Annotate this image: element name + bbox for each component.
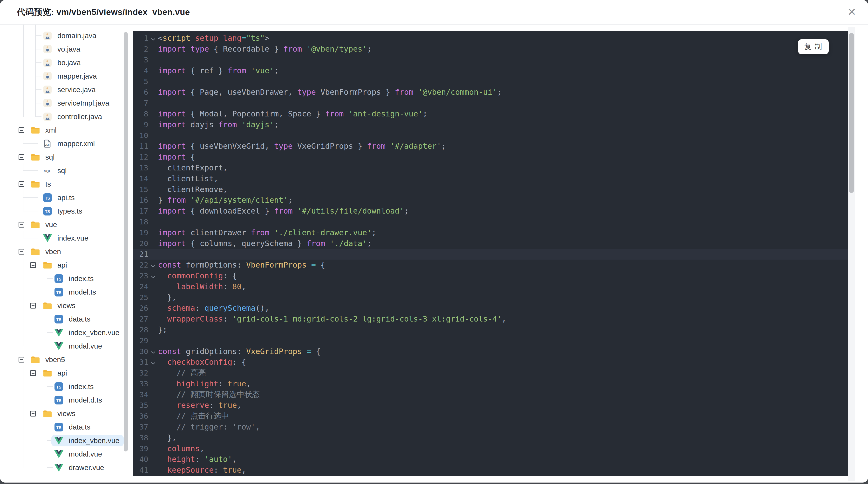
expand-toggle[interactable] (19, 154, 24, 160)
fold-toggle[interactable] (148, 35, 158, 41)
tree-item-index-ts[interactable]: TSindex.ts (51, 381, 98, 392)
tree-item-index-vue[interactable]: index.vue (40, 232, 93, 244)
tree-item-domain-java[interactable]: domain.java (40, 30, 101, 41)
code-text: columns, (158, 444, 205, 453)
tree-item-mapper-xml[interactable]: XMLmapper.xml (40, 138, 99, 150)
tree-row: api (0, 258, 133, 272)
code-text: clientList, (158, 174, 218, 183)
tree-item-data-ts[interactable]: TSdata.ts (51, 421, 95, 433)
tree-item-sql[interactable]: SQLsql (40, 165, 71, 176)
svg-text:TS: TS (56, 277, 61, 281)
fold-toggle[interactable] (148, 359, 158, 365)
folder-icon (31, 356, 40, 363)
line-number: 11 (133, 142, 148, 151)
editor-scrollbar-thumb[interactable] (849, 33, 854, 193)
code-text: // 高亮 (158, 367, 206, 378)
tree-item-modal-vue[interactable]: modal.vue (51, 448, 106, 460)
tree-row: TSindex.ts (0, 272, 133, 285)
tree-item-label: vben (45, 248, 61, 256)
tree-item-drawer-vue[interactable]: drawer.vue (51, 462, 108, 474)
fold-gutter (148, 112, 158, 115)
tree-item-vben5[interactable]: vben5 (28, 354, 69, 365)
code-text: import { downloadExcel } from '#/utils/f… (158, 206, 409, 216)
fold-toggle[interactable] (148, 262, 158, 268)
folder-icon (43, 301, 52, 310)
tree-item-api-ts[interactable]: TSapi.ts (40, 192, 79, 203)
code-line: 29 (133, 335, 848, 346)
tree-item-label: vo.java (57, 45, 80, 53)
code-line: 12import { (133, 152, 848, 162)
expand-toggle[interactable] (30, 262, 36, 268)
tree-item-data-ts[interactable]: TSdata.ts (51, 313, 95, 325)
fold-gutter (148, 221, 158, 223)
tree-item-vo-java[interactable]: vo.java (40, 43, 85, 55)
tree-row: index.vue (0, 231, 133, 245)
tree-item-label: vben5 (45, 356, 65, 364)
code-line: 7 (133, 98, 848, 108)
line-number: 33 (133, 379, 148, 388)
expand-toggle[interactable] (19, 249, 24, 255)
tree-item-modal-vue[interactable]: modal.vue (51, 340, 106, 352)
expand-toggle[interactable] (19, 357, 24, 362)
vue-file-icon (54, 342, 63, 350)
tree-row: domain.java (0, 29, 133, 42)
code-text: import { columns, querySchema } from './… (158, 239, 372, 248)
expand-toggle[interactable] (19, 222, 24, 228)
folder-icon (43, 409, 52, 418)
code-editor: 1<script setup lang="ts">2import type { … (133, 31, 848, 476)
fold-toggle[interactable] (148, 349, 158, 354)
copy-button[interactable]: 复 制 (798, 39, 829, 54)
tree-item-vue[interactable]: vue (28, 219, 61, 230)
code-line: 41 keepSource: true, (133, 465, 848, 476)
code-line: 17import { downloadExcel } from '#/utils… (133, 205, 848, 217)
svg-text:TS: TS (56, 398, 61, 403)
expand-toggle[interactable] (19, 181, 24, 187)
close-button[interactable]: ✕ (843, 0, 860, 24)
fold-toggle[interactable] (148, 273, 158, 279)
expand-toggle[interactable] (30, 411, 36, 417)
tree-item-sql[interactable]: sql (28, 151, 59, 163)
line-number: 25 (133, 293, 148, 302)
folder-icon (31, 247, 40, 256)
tree-item-views[interactable]: views (40, 408, 80, 419)
expand-toggle[interactable] (30, 303, 36, 309)
tree-item-mapper-java[interactable]: mapper.java (40, 70, 101, 82)
fold-gutter (148, 231, 158, 234)
tree-item-service-java[interactable]: service.java (40, 84, 100, 95)
tree-item-api[interactable]: api (40, 259, 71, 271)
code-line: 25 }, (133, 292, 848, 303)
tree-item-label: xml (45, 126, 57, 134)
tree-item-label: service.java (57, 86, 95, 94)
tree-item-api[interactable]: api (40, 367, 71, 379)
ts-file-icon: TS (55, 396, 63, 405)
vue-icon (54, 436, 63, 445)
tree-scrollbar[interactable] (124, 32, 128, 451)
code-line: 31 checkboxConfig: { (133, 357, 848, 367)
expand-toggle[interactable] (19, 127, 24, 133)
tree-item-views[interactable]: views (40, 300, 80, 312)
tree-item-label: model.d.ts (69, 396, 102, 404)
code-text: import { ref } from 'vue'; (158, 66, 279, 75)
tree-item-index-vben-vue[interactable]: index_vben.vue (51, 435, 124, 446)
tree-item-controller-java[interactable]: controller.java (40, 111, 106, 123)
tree-item-vben[interactable]: vben (28, 246, 65, 257)
tree-item-xml[interactable]: xml (28, 124, 61, 136)
tree-item-model-ts[interactable]: TSmodel.ts (51, 286, 100, 298)
tree-item-index-ts[interactable]: TSindex.ts (51, 273, 98, 284)
fold-gutter (148, 285, 158, 288)
tree-item-bo-java[interactable]: bo.java (40, 57, 85, 68)
tree-item-label: index.vue (57, 234, 88, 242)
tree-item-ts[interactable]: ts (28, 179, 55, 190)
tree-item-index-vben-vue[interactable]: index_vben.vue (51, 327, 124, 338)
folder-icon (31, 221, 40, 228)
code-line: 8import { Modal, Popconfirm, Space } fro… (133, 108, 848, 119)
line-number: 13 (133, 163, 148, 172)
tree-item-serviceimpl-java[interactable]: serviceImpl.java (40, 97, 114, 109)
tree-item-model-d-ts[interactable]: TSmodel.d.ts (51, 394, 106, 406)
tree-row: vben5 (0, 353, 133, 366)
tree-row: TSmodel.ts (0, 285, 133, 299)
line-number: 2 (133, 44, 148, 53)
expand-toggle[interactable] (30, 370, 36, 376)
code-line: 37 // trigger: 'row', (133, 422, 848, 432)
tree-item-types-ts[interactable]: TStypes.ts (40, 205, 87, 217)
